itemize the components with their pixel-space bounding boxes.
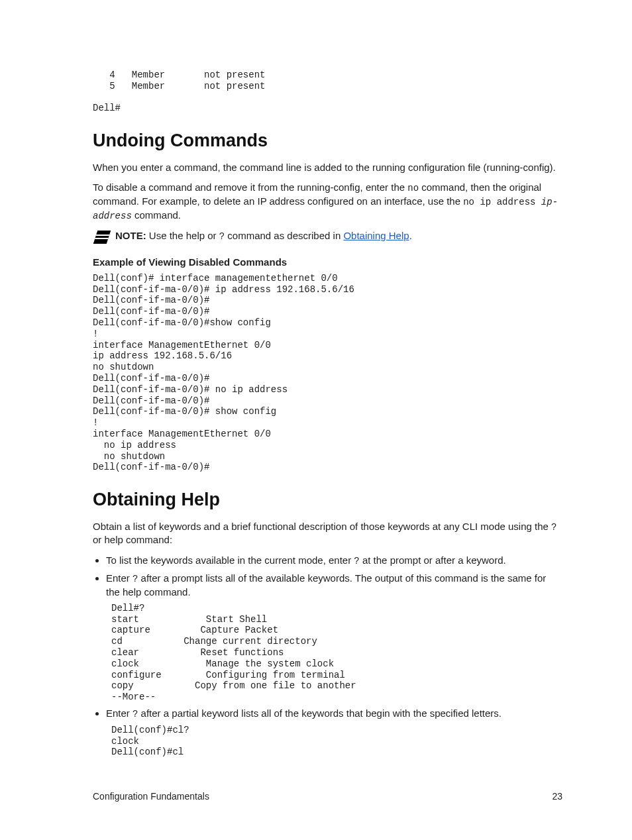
- page: 4 Member not present 5 Member not presen…: [0, 0, 632, 840]
- text: after a partial keyword lists all of the…: [138, 708, 501, 719]
- paragraph: Obtain a list of keywords and a brief fu…: [93, 520, 562, 547]
- text: To list the keywords available in the cu…: [106, 554, 354, 566]
- list-item: To list the keywords available in the cu…: [106, 554, 562, 568]
- text: Enter: [106, 708, 132, 719]
- heading-undoing-commands: Undoing Commands: [93, 129, 562, 152]
- text: Enter: [106, 572, 132, 584]
- paragraph: To disable a command and remove it from …: [93, 181, 562, 223]
- code-block-help-list: Dell#? start Start Shell capture Capture…: [111, 603, 562, 703]
- subheading-example: Example of Viewing Disabled Commands: [93, 256, 562, 269]
- note-icon-holder: [93, 229, 115, 244]
- text: command as described in: [225, 230, 343, 241]
- inline-code: ?: [219, 231, 225, 242]
- text: Obtain a list of keywords and a brief fu…: [93, 521, 551, 532]
- bullet-list: To list the keywords available in the cu…: [93, 554, 562, 758]
- page-footer: Configuration Fundamentals 23: [93, 790, 562, 803]
- list-item: Enter ? after a partial keyword lists al…: [106, 707, 562, 758]
- link-obtaining-help[interactable]: Obtaining Help: [343, 230, 409, 241]
- paragraph: When you enter a command, the command li…: [93, 161, 562, 174]
- footer-page-number: 23: [552, 790, 562, 803]
- text: or help command:: [93, 534, 172, 545]
- heading-obtaining-help: Obtaining Help: [93, 488, 562, 511]
- text: after a prompt lists all of the availabl…: [106, 572, 546, 598]
- note-label: NOTE:: [115, 230, 146, 241]
- note-text: NOTE: Use the help or ? command as descr…: [115, 229, 562, 243]
- code-block-top: 4 Member not present 5 Member not presen…: [93, 70, 562, 114]
- note: NOTE: Use the help or ? command as descr…: [93, 229, 562, 244]
- code-block-example: Dell(conf)# interface managementethernet…: [93, 273, 562, 473]
- inline-code: no: [407, 183, 419, 193]
- list-item: Enter ? after a prompt lists all of the …: [106, 572, 562, 703]
- note-icon: [93, 231, 111, 244]
- text: .: [409, 230, 412, 241]
- inline-code: no ip address: [463, 197, 541, 207]
- footer-section-title: Configuration Fundamentals: [93, 790, 209, 803]
- text: Use the help or: [146, 230, 219, 241]
- inline-code: ?: [354, 556, 359, 566]
- text: To disable a command and remove it from …: [93, 182, 407, 193]
- text: command.: [132, 209, 181, 221]
- code-block-partial: Dell(conf)#cl? clock Dell(conf)#cl: [111, 725, 562, 758]
- inline-code: ?: [551, 522, 556, 533]
- text: at the prompt or after a keyword.: [360, 554, 506, 566]
